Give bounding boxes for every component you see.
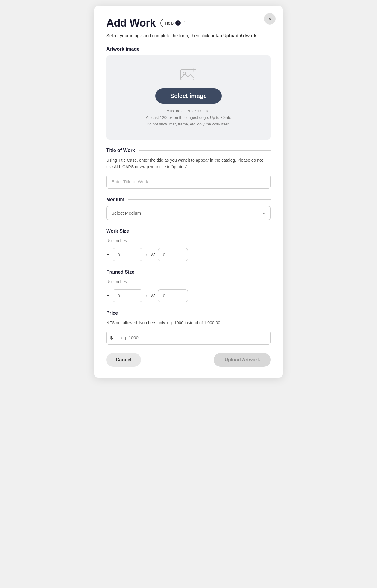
subtitle-bold: Upload Artwork (223, 33, 256, 38)
upload-image-icon (180, 67, 197, 84)
hint-line3: Do not show mat, frame, etc, only the wo… (146, 121, 231, 128)
modal-header: Add Work Help i (106, 17, 271, 29)
page-title: Add Work (106, 17, 156, 29)
framed-size-section: Framed Size Use inches. H x W (106, 269, 271, 302)
help-label: Help (165, 21, 174, 25)
work-size-label: Work Size (106, 228, 129, 234)
work-size-label-row: Work Size (106, 228, 271, 234)
hint-line1: Must be a JPEG/JPG file. (146, 108, 231, 114)
medium-select[interactable]: Select Medium Oil Acrylic Watercolor Gou… (106, 206, 271, 220)
framed-height-input[interactable] (113, 289, 142, 302)
subtitle-end: . (256, 33, 258, 38)
framed-size-label-row: Framed Size (106, 269, 271, 275)
subtitle: Select your image and complete the form,… (106, 32, 271, 39)
price-section: Price NFS not allowed. Numbers only. eg.… (106, 310, 271, 344)
price-input-wrapper: $ (106, 331, 271, 345)
cancel-button[interactable]: Cancel (106, 353, 141, 367)
section-divider (133, 231, 271, 231)
framed-size-separator: x (145, 293, 148, 298)
framed-size-description: Use inches. (106, 278, 271, 285)
work-size-inputs: H x W (106, 248, 271, 261)
svg-rect-0 (181, 70, 194, 80)
work-height-label: H (106, 252, 110, 257)
work-width-label: W (151, 252, 155, 257)
framed-width-label: W (151, 293, 155, 298)
subtitle-plain: Select your image and complete the form,… (106, 33, 223, 38)
medium-label: Medium (106, 197, 124, 202)
section-divider (139, 150, 271, 151)
section-divider (143, 49, 271, 49)
artwork-image-label-row: Artwork image (106, 46, 271, 52)
section-divider (121, 313, 271, 313)
footer-buttons: Cancel Upload Artwork (106, 353, 271, 367)
price-symbol: $ (107, 331, 116, 344)
section-divider (128, 199, 271, 200)
work-width-input[interactable] (158, 248, 188, 261)
framed-height-label: H (106, 293, 110, 298)
framed-size-label: Framed Size (106, 269, 134, 275)
title-label: Title of Work (106, 148, 135, 153)
close-button[interactable]: × (264, 13, 276, 25)
framed-width-input[interactable] (158, 289, 188, 302)
title-input[interactable] (106, 175, 271, 189)
artwork-image-label: Artwork image (106, 46, 139, 52)
title-description: Using Title Case, enter the title as you… (106, 157, 271, 170)
select-image-button[interactable]: Select image (155, 88, 222, 104)
medium-select-wrapper: Select Medium Oil Acrylic Watercolor Gou… (106, 206, 271, 220)
section-divider (138, 272, 271, 272)
upload-hints: Must be a JPEG/JPG file. At least 1200px… (146, 108, 231, 128)
medium-label-row: Medium (106, 197, 271, 202)
artwork-image-section: Artwork image Select image Must be a JPE… (106, 46, 271, 140)
framed-size-inputs: H x W (106, 289, 271, 302)
info-icon: i (175, 20, 181, 26)
work-height-input[interactable] (113, 248, 142, 261)
add-work-modal: × Add Work Help i Select your image and … (94, 6, 283, 378)
price-label: Price (106, 310, 118, 316)
close-icon: × (268, 16, 272, 22)
work-size-separator: x (145, 252, 148, 257)
help-button[interactable]: Help i (160, 19, 185, 27)
hint-line2: At least 1200px on the longest edge. Up … (146, 114, 231, 121)
price-description: NFS not allowed. Numbers only. eg. 1000 … (106, 319, 271, 326)
price-label-row: Price (106, 310, 271, 316)
medium-section: Medium Select Medium Oil Acrylic Waterco… (106, 197, 271, 220)
title-section: Title of Work Using Title Case, enter th… (106, 148, 271, 189)
image-upload-area[interactable]: Select image Must be a JPEG/JPG file. At… (106, 55, 271, 140)
price-input[interactable] (116, 331, 270, 344)
work-size-section: Work Size Use inches. H x W (106, 228, 271, 261)
upload-artwork-button[interactable]: Upload Artwork (214, 353, 271, 367)
work-size-description: Use inches. (106, 237, 271, 244)
title-label-row: Title of Work (106, 148, 271, 153)
